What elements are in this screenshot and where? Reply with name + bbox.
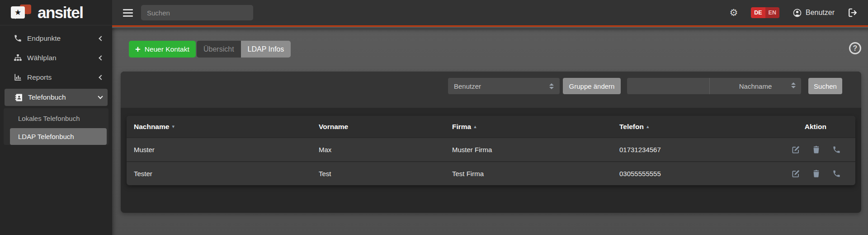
sidebar-item-waehlplan[interactable]: Wählplan: [0, 48, 112, 67]
global-search-input[interactable]: [141, 5, 253, 20]
sidebar-item-label: Telefonbuch: [28, 93, 66, 101]
filter-bar: Benutzer Gruppe ändern Nachname Suchen: [121, 72, 861, 108]
select-arrows-icon: [549, 83, 554, 89]
plus-icon: +: [135, 45, 141, 54]
delete-icon[interactable]: [812, 169, 821, 178]
sort-asc-icon: ▴: [646, 124, 649, 129]
call-icon[interactable]: [832, 169, 841, 178]
star-icon: ★: [14, 9, 21, 16]
brand-logo: ★ ansitel: [0, 0, 112, 25]
user-menu[interactable]: Benutzer: [793, 8, 835, 18]
view-tabs: Übersicht LDAP Infos: [197, 41, 291, 58]
cell-telefon: 03055555555: [612, 170, 766, 177]
gear-icon[interactable]: ⚙: [729, 8, 738, 18]
cell-nachname: Tester: [127, 170, 311, 177]
column-header-firma[interactable]: Firma▴: [445, 123, 612, 131]
table-row: Muster Max Muster Firma 01731234567: [127, 137, 855, 161]
user-circle-icon: [793, 8, 802, 18]
search-input-group: Nachname: [627, 78, 801, 94]
table-row: Tester Test Test Firma 03055555555: [127, 161, 855, 185]
address-book-icon: [14, 93, 23, 102]
main-content: + Neuer Kontakt Übersicht LDAP Infos ? B…: [112, 28, 868, 235]
user-label: Benutzer: [806, 9, 835, 17]
lang-en-badge[interactable]: EN: [765, 7, 779, 18]
sidebar: ★ ansitel Endpunkte Wählplan: [0, 0, 112, 235]
table-body: Muster Max Muster Firma 01731234567 Test…: [127, 137, 855, 185]
call-icon[interactable]: [832, 145, 841, 154]
column-header-vorname[interactable]: Vorname: [311, 123, 445, 131]
sidebar-subitem-label: LDAP Telefonbuch: [18, 133, 74, 140]
column-select[interactable]: Nachname: [710, 78, 801, 94]
phone-icon: [14, 34, 22, 43]
edit-icon[interactable]: [792, 145, 800, 154]
chevron-down-icon: [98, 94, 103, 99]
brand-name: ansitel: [38, 4, 83, 22]
logout-icon[interactable]: [848, 8, 858, 18]
bar-chart-icon: [14, 73, 22, 82]
edit-icon[interactable]: [792, 169, 800, 178]
column-select-value: Nachname: [739, 82, 772, 90]
tab-ldap-infos[interactable]: LDAP Infos: [241, 41, 291, 58]
column-header-aktion: Aktion: [766, 123, 855, 131]
chevron-left-icon: [99, 55, 104, 60]
sort-asc-icon: ▴: [474, 124, 476, 129]
column-header-nachname[interactable]: Nachname▾: [127, 123, 311, 131]
cell-vorname: Test: [311, 170, 445, 177]
change-group-button[interactable]: Gruppe ändern: [563, 78, 621, 94]
new-contact-button[interactable]: + Neuer Kontakt: [129, 41, 196, 58]
tab-uebersicht[interactable]: Übersicht: [197, 41, 241, 58]
language-toggle[interactable]: DE EN: [751, 7, 779, 18]
sidebar-item-label: Reports: [27, 73, 52, 82]
cell-firma: Test Firma: [445, 170, 612, 177]
select-arrows-icon: [791, 82, 796, 88]
cell-firma: Muster Firma: [445, 146, 612, 153]
group-select[interactable]: Benutzer: [448, 78, 560, 94]
chevron-left-icon: [99, 36, 104, 41]
sitemap-icon: [14, 53, 22, 62]
cell-nachname: Muster: [127, 146, 311, 153]
hamburger-menu-icon[interactable]: [123, 9, 133, 17]
ansitel-logo-icon: ★: [11, 4, 33, 21]
sidebar-item-reports[interactable]: Reports: [0, 67, 112, 87]
column-header-telefon[interactable]: Telefon▴: [612, 123, 766, 131]
contacts-panel: Benutzer Gruppe ändern Nachname Suchen N…: [121, 72, 861, 213]
table-header: Nachname▾ Vorname Firma▴ Telefon▴ Aktion: [127, 116, 855, 137]
sidebar-item-label: Endpunkte: [27, 34, 61, 43]
cell-telefon: 01731234567: [612, 146, 766, 153]
sidebar-subitem-ldap-telefonbuch[interactable]: LDAP Telefonbuch: [10, 128, 107, 145]
sidebar-nav: Endpunkte Wählplan Reports: [0, 29, 112, 145]
lang-de-badge[interactable]: DE: [751, 7, 765, 18]
sort-desc-icon: ▾: [172, 124, 175, 129]
sidebar-subitem-label: Lokales Telefonbuch: [18, 115, 80, 122]
topbar-actions: ⚙ DE EN Benutzer: [729, 7, 868, 18]
search-button[interactable]: Suchen: [808, 78, 842, 94]
help-icon[interactable]: ?: [849, 42, 861, 54]
telefonbuch-submenu: Lokales Telefonbuch LDAP Telefonbuch: [4, 108, 108, 145]
delete-icon[interactable]: [812, 145, 821, 154]
topbar: ⚙ DE EN Benutzer: [112, 0, 868, 27]
cell-vorname: Max: [311, 146, 445, 153]
filter-search-input[interactable]: [627, 78, 710, 94]
cell-aktion: [766, 169, 855, 178]
sidebar-subitem-lokales-telefonbuch[interactable]: Lokales Telefonbuch: [4, 108, 108, 128]
app: ★ ansitel Endpunkte Wählplan: [0, 0, 868, 235]
sidebar-item-telefonbuch[interactable]: Telefonbuch: [5, 89, 108, 106]
sidebar-item-endpunkte[interactable]: Endpunkte: [0, 29, 112, 48]
contacts-table: Nachname▾ Vorname Firma▴ Telefon▴ Aktion…: [127, 116, 855, 185]
sidebar-item-label: Wählplan: [27, 54, 57, 62]
group-select-value: Benutzer: [454, 82, 481, 90]
cell-aktion: [766, 145, 855, 154]
chevron-left-icon: [99, 75, 104, 80]
